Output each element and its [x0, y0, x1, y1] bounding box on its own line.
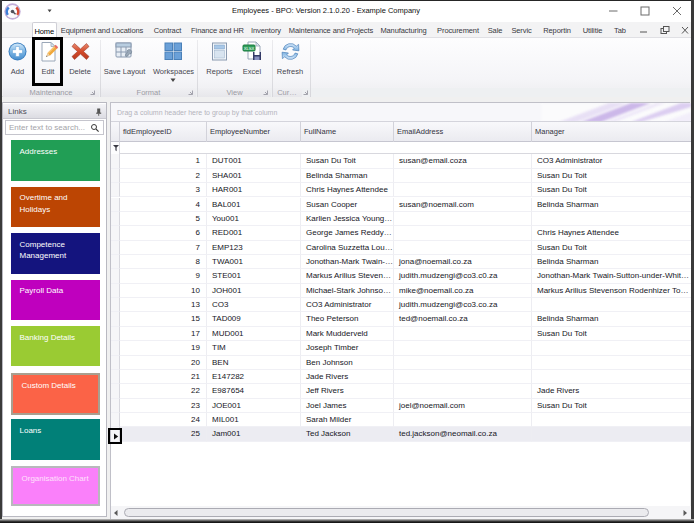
- svg-text:XLSX: XLSX: [244, 46, 255, 51]
